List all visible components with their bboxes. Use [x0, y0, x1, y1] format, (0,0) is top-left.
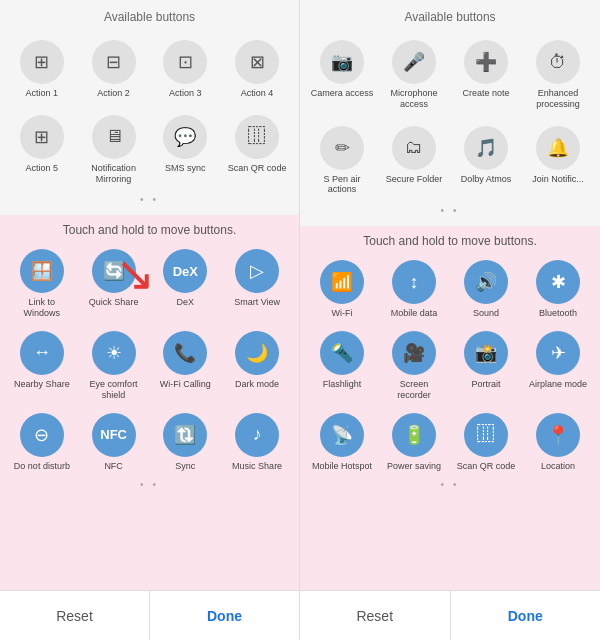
list-item[interactable]: ▷ Smart View [223, 245, 291, 323]
list-item[interactable]: ☀ Eye comfort shield [80, 327, 148, 405]
right-active-section: Touch and hold to move buttons. 📶 Wi-Fi … [300, 226, 600, 590]
quick-share-label: Quick Share [89, 297, 139, 308]
right-active-grid: 📶 Wi-Fi ↕ Mobile data 🔊 Sound ✱ Bluetoot… [308, 256, 592, 475]
list-item[interactable]: ✈ Airplane mode [524, 327, 592, 405]
right-active-dots: • • [308, 475, 592, 492]
list-item[interactable]: ↔ Nearby Share [8, 327, 76, 405]
list-item[interactable]: 📡 Mobile Hotspot [308, 409, 376, 476]
bluetooth-label: Bluetooth [539, 308, 577, 319]
left-reset-button[interactable]: Reset [0, 591, 150, 640]
sync-label: Sync [175, 461, 195, 472]
list-item[interactable]: 🔦 Flashlight [308, 327, 376, 405]
list-item[interactable]: ⊞ Action 5 [8, 109, 76, 191]
nfc-icon: NFC [92, 413, 136, 457]
list-item[interactable]: 📍 Location [524, 409, 592, 476]
list-item[interactable]: ✏ S Pen air actions [308, 120, 376, 202]
flashlight-label: Flashlight [323, 379, 362, 390]
list-item[interactable]: ⊞ Action 1 [8, 34, 76, 105]
list-item[interactable]: 📶 Wi-Fi [308, 256, 376, 323]
list-item[interactable]: 🪟 Link to Windows [8, 245, 76, 323]
left-available-dots: • • [8, 190, 291, 207]
smart-view-label: Smart View [234, 297, 280, 308]
list-item[interactable]: 🔔 Join Notific... [524, 120, 592, 202]
list-item[interactable]: ⏱ Enhanced processing [524, 34, 592, 116]
scan-qr-active-label: Scan QR code [457, 461, 516, 472]
smart-view-icon: ▷ [235, 249, 279, 293]
list-item[interactable]: ⿲ Scan QR code [452, 409, 520, 476]
nearby-share-icon: ↔ [20, 331, 64, 375]
mobile-data-label: Mobile data [391, 308, 438, 319]
enhanced-processing-icon: ⏱ [536, 40, 580, 84]
portrait-label: Portrait [471, 379, 500, 390]
left-done-button[interactable]: Done [150, 591, 299, 640]
list-item[interactable]: ✱ Bluetooth [524, 256, 592, 323]
screen-recorder-icon: 🎥 [392, 331, 436, 375]
action4-label: Action 4 [241, 88, 274, 99]
list-item[interactable]: ⊡ Action 3 [152, 34, 220, 105]
secure-folder-label: Secure Folder [386, 174, 443, 185]
create-note-icon: ➕ [464, 40, 508, 84]
microphone-access-icon: 🎤 [392, 40, 436, 84]
action4-icon: ⊠ [235, 40, 279, 84]
left-active-grid: 🪟 Link to Windows 🔄 Quick Share DeX DeX … [8, 245, 291, 475]
dnd-icon: ⊖ [20, 413, 64, 457]
list-item[interactable]: 🎵 Dolby Atmos [452, 120, 520, 202]
link-windows-label: Link to Windows [10, 297, 74, 319]
list-item[interactable]: 🎥 Screen recorder [380, 327, 448, 405]
hotspot-icon: 📡 [320, 413, 364, 457]
list-item[interactable]: 🔋 Power saving [380, 409, 448, 476]
dex-icon: DeX [163, 249, 207, 293]
dnd-label: Do not disturb [14, 461, 70, 472]
list-item[interactable]: ↕ Mobile data [380, 256, 448, 323]
action2-icon: ⊟ [92, 40, 136, 84]
left-available-title: Available buttons [8, 10, 291, 24]
sound-label: Sound [473, 308, 499, 319]
list-item[interactable]: ⊟ Action 2 [80, 34, 148, 105]
list-item[interactable]: 🗂 Secure Folder [380, 120, 448, 202]
list-item[interactable]: ♪ Music Share [223, 409, 291, 476]
left-available-section: Available buttons ⊞ Action 1 ⊟ Action 2 … [0, 0, 299, 215]
nfc-label: NFC [104, 461, 123, 472]
dolby-label: Dolby Atmos [461, 174, 512, 185]
list-item[interactable]: 💬 SMS sync [152, 109, 220, 191]
sound-icon: 🔊 [464, 260, 508, 304]
list-item[interactable]: ⿲ Scan QR code [223, 109, 291, 191]
list-item[interactable]: 🔄 Quick Share [80, 245, 148, 323]
list-item[interactable]: 🖥 Notification Mirroring [80, 109, 148, 191]
enhanced-processing-label: Enhanced processing [526, 88, 590, 110]
left-footer: Reset Done [0, 590, 299, 640]
list-item[interactable]: NFC NFC [80, 409, 148, 476]
eye-comfort-label: Eye comfort shield [82, 379, 146, 401]
list-item[interactable]: 📷 Camera access [308, 34, 376, 116]
wifi-icon: 📶 [320, 260, 364, 304]
left-active-dots: • • [8, 475, 291, 492]
notif-mirror-icon: 🖥 [92, 115, 136, 159]
spen-icon: ✏ [320, 126, 364, 170]
list-item[interactable]: ⊠ Action 4 [223, 34, 291, 105]
list-item[interactable]: 📞 Wi-Fi Calling [152, 327, 220, 405]
left-active-section: Touch and hold to move buttons. ↘ 🪟 Link… [0, 215, 299, 590]
camera-access-icon: 📷 [320, 40, 364, 84]
list-item[interactable]: 📸 Portrait [452, 327, 520, 405]
secure-folder-icon: 🗂 [392, 126, 436, 170]
dex-label: DeX [177, 297, 195, 308]
action5-icon: ⊞ [20, 115, 64, 159]
mobile-data-icon: ↕ [392, 260, 436, 304]
right-reset-button[interactable]: Reset [300, 591, 451, 640]
list-item[interactable]: 🔃 Sync [152, 409, 220, 476]
list-item[interactable]: ➕ Create note [452, 34, 520, 116]
list-item[interactable]: ⊖ Do not disturb [8, 409, 76, 476]
create-note-label: Create note [462, 88, 509, 99]
scan-qr-label: Scan QR code [228, 163, 287, 174]
list-item[interactable]: 🔊 Sound [452, 256, 520, 323]
right-footer: Reset Done [300, 590, 600, 640]
list-item[interactable]: 🌙 Dark mode [223, 327, 291, 405]
list-item[interactable]: 🎤 Microphone access [380, 34, 448, 116]
right-done-button[interactable]: Done [451, 591, 601, 640]
right-available-section: Available buttons 📷 Camera access 🎤 Micr… [300, 0, 600, 226]
bluetooth-icon: ✱ [536, 260, 580, 304]
power-saving-label: Power saving [387, 461, 441, 472]
list-item[interactable]: DeX DeX [152, 245, 220, 323]
action1-icon: ⊞ [20, 40, 64, 84]
action2-label: Action 2 [97, 88, 130, 99]
